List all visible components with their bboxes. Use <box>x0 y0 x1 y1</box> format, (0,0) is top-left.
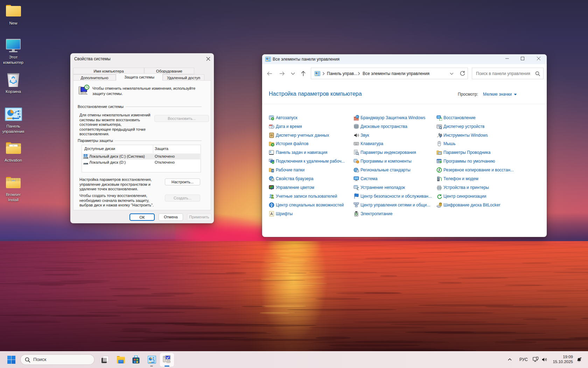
svg-text:A: A <box>270 212 273 216</box>
